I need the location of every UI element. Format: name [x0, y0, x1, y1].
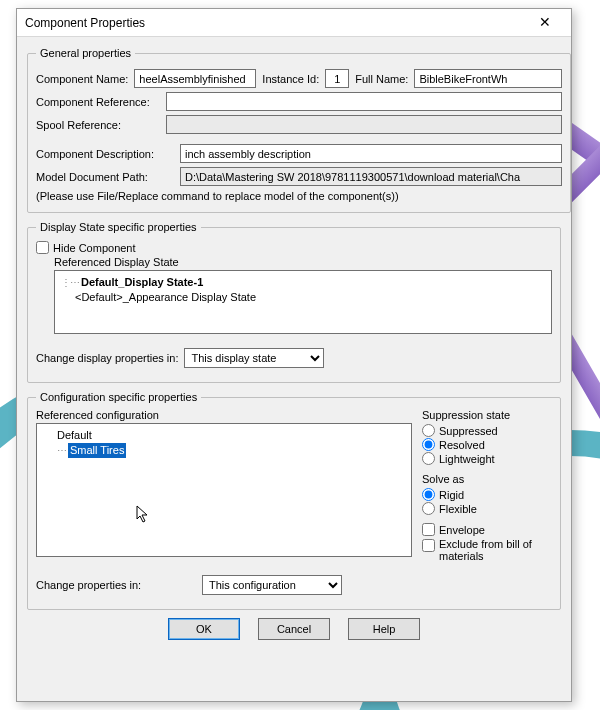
configuration-list[interactable]: Default ⋯ Small Tires — [36, 423, 412, 557]
lightweight-radio[interactable]: Lightweight — [422, 452, 552, 465]
suppression-state-title: Suppression state — [422, 409, 552, 421]
exclude-bom-label: Exclude from bill of materials — [439, 538, 552, 562]
ok-button[interactable]: OK — [168, 618, 240, 640]
referenced-display-state-label: Referenced Display State — [54, 256, 552, 268]
exclude-bom-checkbox[interactable] — [422, 539, 435, 552]
solve-as-group: Solve as Rigid Flexible — [422, 473, 552, 515]
change-display-in-select[interactable]: This display state — [184, 348, 324, 368]
configuration-item-selected[interactable]: ⋯ Small Tires — [57, 443, 405, 458]
dialog-title: Component Properties — [25, 16, 527, 30]
full-name-field[interactable] — [414, 69, 562, 88]
instance-id-field[interactable] — [325, 69, 349, 88]
change-display-in-label: Change display properties in: — [36, 352, 178, 364]
suppressed-radio[interactable]: Suppressed — [422, 424, 552, 437]
replace-model-note: (Please use File/Replace command to repl… — [36, 190, 562, 202]
configuration-legend: Configuration specific properties — [36, 391, 201, 403]
component-properties-dialog: Component Properties ✕ General propertie… — [16, 8, 572, 702]
display-state-item[interactable]: <Default>_Appearance Display State — [75, 290, 545, 305]
model-path-label: Model Document Path: — [36, 171, 174, 183]
full-name-label: Full Name: — [355, 73, 408, 85]
component-name-field[interactable] — [134, 69, 256, 88]
hide-component-label: Hide Component — [53, 242, 136, 254]
component-description-label: Component Description: — [36, 148, 174, 160]
component-reference-field[interactable] — [166, 92, 562, 111]
configuration-item-label: Default — [57, 428, 92, 443]
configuration-item-label: Small Tires — [68, 443, 126, 458]
display-state-legend: Display State specific properties — [36, 221, 201, 233]
display-state-item[interactable]: ⋮⋯ Default_Display State-1 — [61, 275, 545, 290]
display-state-group: Display State specific properties Hide C… — [27, 221, 561, 383]
envelope-checkbox[interactable] — [422, 523, 435, 536]
general-properties-group: General properties Component Name: Insta… — [27, 47, 571, 213]
change-properties-in-label: Change properties in: — [36, 579, 196, 591]
suppression-state-group: Suppression state Suppressed Resolved Li… — [422, 409, 552, 465]
spool-reference-label: Spool Reference: — [36, 119, 160, 131]
change-properties-in-select[interactable]: This configuration — [202, 575, 342, 595]
flexible-radio[interactable]: Flexible — [422, 502, 552, 515]
spool-reference-field — [166, 115, 562, 134]
display-state-item-label: Default_Display State-1 — [81, 275, 203, 290]
hide-component-checkbox[interactable] — [36, 241, 49, 254]
resolved-radio[interactable]: Resolved — [422, 438, 552, 451]
configuration-item[interactable]: Default — [57, 428, 405, 443]
display-state-item-label: <Default>_Appearance Display State — [75, 290, 256, 305]
referenced-configuration-label: Referenced configuration — [36, 409, 412, 421]
component-name-label: Component Name: — [36, 73, 128, 85]
component-reference-label: Component Reference: — [36, 96, 160, 108]
close-button[interactable]: ✕ — [527, 12, 563, 34]
exclude-bom-checkbox-row: Exclude from bill of materials — [422, 538, 552, 562]
envelope-label: Envelope — [439, 524, 485, 536]
component-description-field[interactable] — [180, 144, 562, 163]
configuration-group: Configuration specific properties Refere… — [27, 391, 561, 610]
display-state-list[interactable]: ⋮⋯ Default_Display State-1 <Default>_App… — [54, 270, 552, 334]
envelope-checkbox-row: Envelope — [422, 523, 552, 536]
cancel-button[interactable]: Cancel — [258, 618, 330, 640]
rigid-radio[interactable]: Rigid — [422, 488, 552, 501]
tree-connector-icon: ⋯ — [57, 443, 66, 458]
button-bar: OK Cancel Help — [27, 618, 561, 640]
solve-as-title: Solve as — [422, 473, 552, 485]
help-button[interactable]: Help — [348, 618, 420, 640]
instance-id-label: Instance Id: — [262, 73, 319, 85]
model-path-field — [180, 167, 562, 186]
general-properties-legend: General properties — [36, 47, 135, 59]
titlebar: Component Properties ✕ — [17, 9, 571, 37]
tree-connector-icon: ⋮⋯ — [61, 275, 79, 290]
